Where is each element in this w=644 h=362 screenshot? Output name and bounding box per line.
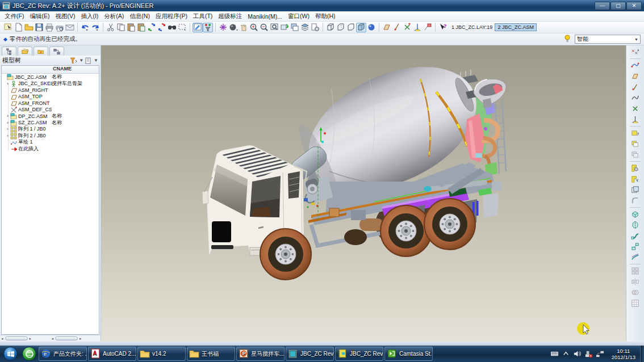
- maximize-button[interactable]: ▢: [610, 2, 626, 10]
- menu-5[interactable]: 分析(A): [104, 12, 124, 20]
- context-help-button[interactable]: ?: [438, 23, 448, 32]
- open-file-button[interactable]: [24, 23, 34, 32]
- layer-b-button[interactable]: [630, 138, 641, 149]
- taskbar-item-产品文件夹: ...[interactable]: e产品文件夹: ...: [39, 347, 87, 361]
- selection-filter-button[interactable]: [203, 23, 213, 32]
- plot-preview-button[interactable]: [55, 23, 65, 32]
- pattern-tool-button[interactable]: [630, 266, 641, 276]
- save-file-button[interactable]: [34, 23, 44, 32]
- tree-filter-icon[interactable]: [70, 57, 77, 64]
- style-shaded-button[interactable]: [356, 23, 366, 32]
- taskbar-item-星马搅拌车...[interactable]: P星马搅拌车...: [236, 347, 285, 361]
- style-hidden-button[interactable]: [336, 23, 346, 32]
- menu-1[interactable]: 文件(F): [5, 12, 24, 20]
- window-1-label[interactable]: 1 JBC_ZC.LAY:19: [451, 24, 492, 30]
- select-region-button[interactable]: [3, 23, 14, 32]
- point-tool-button[interactable]: [630, 103, 641, 114]
- find-button[interactable]: [167, 23, 177, 32]
- toggle-axis-button[interactable]: [392, 23, 402, 32]
- new-file-button[interactable]: [14, 23, 24, 32]
- print-button[interactable]: [44, 23, 55, 32]
- menu-6[interactable]: 信息(N): [129, 12, 150, 20]
- zoom-out-button[interactable]: [259, 23, 269, 32]
- email-button[interactable]: [65, 23, 75, 32]
- browser-launcher[interactable]: [22, 347, 36, 361]
- taskbar-item-Camtasia St...[interactable]: Camtasia St...: [384, 347, 433, 361]
- style-nohidden-button[interactable]: [346, 23, 356, 32]
- round-tool-button[interactable]: [630, 195, 641, 206]
- tree-item-ASM_RIGHT[interactable]: ASM_RIGHT: [2, 87, 99, 94]
- taskbar-clock[interactable]: 10:11 2012/1/13: [612, 348, 635, 360]
- merge-tool-button[interactable]: [630, 287, 641, 298]
- datum-display-button[interactable]: [193, 23, 203, 32]
- pan-button[interactable]: [239, 23, 249, 32]
- taskbar-item-JBC_ZC Rev...[interactable]: JBC_ZC Rev...: [286, 347, 334, 361]
- taskbar-item-v14.2[interactable]: v14.2: [137, 347, 186, 361]
- keyboard-tray-icon[interactable]: [550, 350, 559, 358]
- boundary-tool-button[interactable]: [630, 252, 641, 263]
- menu-9[interactable]: 超级标注: [218, 12, 242, 20]
- tree-item-DP_ZC.ASM[interactable]: +DP_ZC.ASM名称: [2, 113, 99, 120]
- reorient-button[interactable]: [279, 23, 290, 32]
- taskbar-item-JBC_ZC Rev...[interactable]: JBC_ZC Rev...: [335, 347, 383, 361]
- menu-3[interactable]: 视图(V): [55, 12, 75, 20]
- copy-button[interactable]: [116, 23, 126, 32]
- menu-12[interactable]: 帮助(H): [315, 12, 336, 20]
- taskbar-item-王书福[interactable]: 王书福: [187, 347, 235, 361]
- draft-tool-button[interactable]: [630, 174, 641, 184]
- connection-tab[interactable]: [49, 47, 64, 56]
- tree-item-JBC_ZC_SKEL.[interactable]: +JBC_ZC_SKEL.搅拌车总骨架: [2, 81, 99, 87]
- curve-tool-button[interactable]: [630, 92, 641, 103]
- shaded-mode-button[interactable]: [228, 23, 239, 32]
- hole-tool-button[interactable]: [630, 163, 641, 174]
- select-rect-button[interactable]: [177, 23, 187, 32]
- toggle-annotation-button[interactable]: [423, 23, 433, 32]
- menu-4[interactable]: 插入(I): [81, 12, 98, 20]
- filter-dropdown-arrow[interactable]: ▼: [79, 58, 83, 63]
- tree-item-ASM_DEF_CSYS[interactable]: ASM_DEF_CSYS: [2, 107, 99, 113]
- layer-a-button[interactable]: 7: [630, 128, 641, 138]
- layer-display-button[interactable]: [300, 23, 310, 32]
- regenerate-button[interactable]: [147, 23, 157, 32]
- volume-tray-icon[interactable]: [573, 350, 582, 358]
- show-desktop-button[interactable]: [640, 346, 644, 362]
- smart-refs-button[interactable]: [630, 47, 641, 57]
- minimize-button[interactable]: —: [595, 2, 610, 10]
- layer-c-button[interactable]: [630, 149, 641, 160]
- extrude-tool-button[interactable]: [630, 209, 641, 220]
- tree-item-JBC_ZC.ASM[interactable]: JBC_ZC.ASM名称: [2, 74, 99, 81]
- toggle-plane-button[interactable]: [382, 23, 392, 32]
- selection-filter-combo[interactable]: 智能 ▼: [575, 35, 641, 44]
- redo-button[interactable]: [90, 23, 101, 32]
- 3d-viewport[interactable]: [101, 45, 626, 342]
- style-wireframe-button[interactable]: [325, 23, 336, 32]
- menu-7[interactable]: 应用程序(P): [156, 12, 187, 20]
- close-button[interactable]: ✕: [626, 2, 642, 10]
- folder-tab[interactable]: [18, 47, 32, 56]
- tree-settings-icon[interactable]: [85, 57, 92, 64]
- settings-dropdown-arrow[interactable]: ▼: [94, 58, 98, 63]
- plane-tool-button[interactable]: [630, 71, 641, 82]
- paste-button[interactable]: [126, 23, 136, 32]
- paste-special-button[interactable]: [136, 23, 147, 32]
- cut-button[interactable]: [106, 23, 116, 32]
- tree-item-ASM_TOP[interactable]: ASM_TOP: [2, 94, 99, 100]
- spin-center-button[interactable]: [218, 23, 228, 32]
- tray-expand-icon[interactable]: [562, 350, 570, 358]
- view-manager-button[interactable]: [290, 23, 300, 32]
- cname-hscroll[interactable]: ◂▸: [51, 335, 101, 342]
- menu-10[interactable]: Manikin(M)...: [248, 13, 282, 20]
- blend-tool-button[interactable]: [630, 241, 641, 252]
- taskbar-item-AutoCAD 2...[interactable]: AAutoCAD 2...: [88, 347, 136, 361]
- network-error-tray-icon[interactable]: [584, 350, 593, 358]
- start-button[interactable]: [3, 347, 18, 361]
- mirror-tool-button[interactable]: [630, 276, 641, 287]
- model-tree-tab[interactable]: [2, 47, 16, 56]
- shell-tool-button[interactable]: [630, 184, 641, 195]
- style-enhanced-button[interactable]: [366, 23, 377, 32]
- undo-button[interactable]: [80, 23, 90, 32]
- menu-11[interactable]: 窗口(W): [288, 12, 310, 20]
- sketch-tool-button[interactable]: [630, 60, 641, 71]
- tree-hscroll[interactable]: ◂▸: [0, 335, 51, 342]
- zoom-in-button[interactable]: [249, 23, 259, 32]
